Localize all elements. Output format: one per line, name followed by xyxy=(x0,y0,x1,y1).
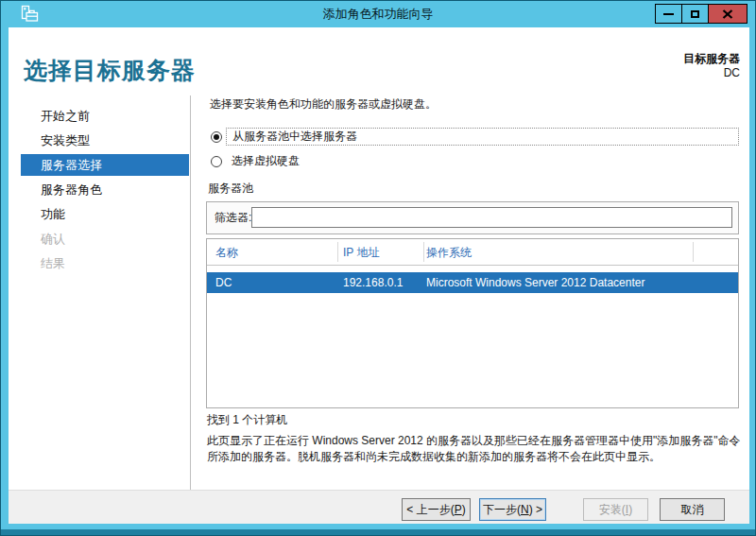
radio-row-server-pool[interactable]: 从服务器池中选择服务器 xyxy=(211,128,739,146)
filter-input[interactable] xyxy=(251,207,732,228)
target-server-label: 目标服务器 xyxy=(683,52,740,66)
radio-select-vhd[interactable] xyxy=(211,156,222,167)
intro-text: 选择要安装角色和功能的服务器或虚拟硬盘。 xyxy=(210,96,437,112)
close-icon xyxy=(722,9,733,19)
window-title: 添加角色和功能向导 xyxy=(1,1,755,26)
radio-row-vhd[interactable]: 选择虚拟硬盘 xyxy=(211,152,300,170)
sidebar-item-before-you-begin[interactable]: 开始之前 xyxy=(9,104,190,129)
cell-server-os: Microsoft Windows Server 2012 Datacenter xyxy=(426,272,644,293)
radio-select-from-pool-label[interactable]: 从服务器池中选择服务器 xyxy=(226,128,739,146)
page-description: 此页显示了正在运行 Windows Server 2012 的服务器以及那些已经… xyxy=(207,433,745,465)
sidebar-item-server-selection[interactable]: 服务器选择 xyxy=(21,154,189,176)
sidebar-item-features[interactable]: 功能 xyxy=(9,202,190,227)
wizard-footer: < 上一步(P) 下一步(N) > 安装(I) 取消 xyxy=(9,490,749,524)
window-controls xyxy=(656,4,747,24)
window-bottom-edge xyxy=(1,529,755,535)
filter-label: 筛选器: xyxy=(215,202,251,233)
wizard-body: 选择目标服务器 目标服务器 DC 开始之前 安装类型 服务器选择 服务器角色 功… xyxy=(9,27,749,524)
sidebar-item-confirmation: 确认 xyxy=(9,227,190,251)
column-separator xyxy=(337,242,338,262)
radio-select-from-pool[interactable] xyxy=(211,131,222,143)
wizard-steps-nav: 开始之前 安装类型 服务器选择 服务器角色 功能 确认 结果 xyxy=(9,104,190,276)
column-header-name[interactable]: 名称 xyxy=(215,239,238,266)
target-server-block: 目标服务器 DC xyxy=(683,52,740,80)
table-row-selected[interactable]: DC 192.168.0.1 Microsoft Windows Server … xyxy=(207,272,738,293)
cell-server-ip: 192.168.0.1 xyxy=(343,272,403,293)
page-title: 选择目标服务器 xyxy=(24,55,196,86)
maximize-icon xyxy=(691,10,699,18)
minimize-button[interactable] xyxy=(655,4,682,24)
minimize-icon xyxy=(663,13,674,15)
table-header: 名称 IP 地址 操作系统 xyxy=(207,239,738,266)
close-button[interactable] xyxy=(708,4,747,24)
server-pool-label: 服务器池 xyxy=(208,181,253,197)
next-button[interactable]: 下一步(N) > xyxy=(479,498,546,521)
filter-panel: 筛选器: xyxy=(206,201,739,234)
cancel-button[interactable]: 取消 xyxy=(660,498,725,521)
wizard-window: 添加角色和功能向导 选择目标服务器 目标服务器 DC 开始之 xyxy=(0,0,756,536)
computers-found-text: 找到 1 个计算机 xyxy=(207,412,287,428)
cell-server-name: DC xyxy=(215,272,232,293)
maximize-button[interactable] xyxy=(681,4,709,24)
sidebar-item-results: 结果 xyxy=(9,251,190,276)
column-separator xyxy=(423,242,424,262)
column-header-ip[interactable]: IP 地址 xyxy=(343,239,379,266)
sidebar-item-server-roles[interactable]: 服务器角色 xyxy=(9,178,190,202)
install-button: 安装(I) xyxy=(583,498,648,521)
target-server-value: DC xyxy=(683,66,740,80)
column-separator xyxy=(693,242,694,262)
sidebar-item-installation-type[interactable]: 安装类型 xyxy=(9,129,190,153)
radio-select-vhd-label[interactable]: 选择虚拟硬盘 xyxy=(232,153,300,169)
column-header-os[interactable]: 操作系统 xyxy=(426,239,472,266)
sidebar-divider xyxy=(190,95,191,490)
titlebar: 添加角色和功能向导 xyxy=(1,1,755,26)
server-pool-table: 名称 IP 地址 操作系统 DC 192.168.0.1 Microsoft W… xyxy=(206,238,739,408)
previous-button[interactable]: < 上一步(P) xyxy=(402,498,471,521)
